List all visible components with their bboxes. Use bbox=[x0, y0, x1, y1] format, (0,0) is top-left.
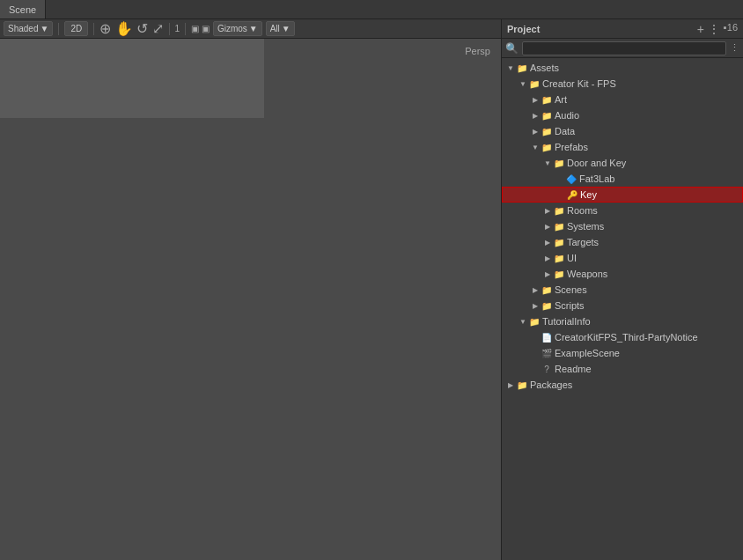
tree-item-weapons[interactable]: ▶ 📁 Weapons bbox=[502, 266, 743, 282]
audio-folder-icon: 📁 bbox=[541, 109, 553, 122]
tree-item-examplescene[interactable]: 🎬 ExampleScene bbox=[502, 345, 743, 361]
tree-item-tutorialinfo[interactable]: ▼ 📁 TutorialInfo bbox=[502, 313, 743, 329]
tutorialinfo-arrow: ▼ bbox=[518, 318, 528, 326]
prefabs-label: Prefabs bbox=[555, 142, 588, 152]
ui-arrow: ▶ bbox=[542, 254, 553, 262]
tutorialinfo-folder-icon: 📁 bbox=[528, 315, 541, 328]
scene-view: Shaded ▼ 2D ⊕ ✋ ↺ ⤢ 1 ▣ ▣ Gizmos ▼ All ▼ bbox=[0, 19, 501, 560]
separator-2 bbox=[93, 23, 94, 35]
systems-folder-icon: 📁 bbox=[553, 220, 565, 232]
assets-label: Assets bbox=[530, 63, 559, 73]
rooms-arrow: ▶ bbox=[542, 207, 553, 215]
readme-icon: ? bbox=[541, 363, 553, 375]
targets-arrow: ▶ bbox=[542, 239, 553, 247]
art-label: Art bbox=[555, 94, 567, 105]
tree-item-fat3lab[interactable]: 🔷 Fat3Lab bbox=[502, 171, 743, 187]
project-add-button[interactable]: + bbox=[697, 22, 704, 36]
tree-item-assets[interactable]: ▼ 📁 Assets bbox=[502, 60, 743, 76]
examplescene-icon: 🎬 bbox=[541, 347, 553, 359]
svg-rect-1 bbox=[0, 39, 264, 118]
tree-item-targets[interactable]: ▶ 📁 Targets bbox=[502, 234, 743, 250]
search-icon: 🔍 bbox=[505, 42, 519, 55]
tree-item-packages[interactable]: ▶ 📁 Packages bbox=[502, 377, 743, 393]
project-header: Project + ⋮ ▪16 bbox=[502, 19, 743, 39]
tree-item-audio[interactable]: ▶ 📁 Audio bbox=[502, 107, 743, 123]
tree-item-creatorkitps[interactable]: 📄 CreatorKitFPS_Third-PartyNotice bbox=[502, 329, 743, 345]
packages-folder-icon: 📁 bbox=[516, 379, 528, 391]
tree-item-rooms[interactable]: ▶ 📁 Rooms bbox=[502, 203, 743, 218]
project-title: Project bbox=[507, 24, 540, 34]
targets-label: Targets bbox=[567, 237, 599, 247]
assets-folder-icon: 📁 bbox=[516, 62, 528, 74]
readme-label: Readme bbox=[555, 364, 592, 374]
tree-item-ui[interactable]: ▶ 📁 UI bbox=[502, 250, 743, 266]
tree-item-data[interactable]: ▶ 📁 Data bbox=[502, 123, 743, 139]
scene-tab[interactable]: Scene bbox=[0, 0, 46, 18]
project-options-icon[interactable]: ⋮ bbox=[730, 42, 739, 54]
doorandkey-label: Door and Key bbox=[567, 158, 626, 168]
art-arrow: ▶ bbox=[530, 96, 541, 104]
packages-arrow: ▶ bbox=[505, 381, 516, 389]
project-count: ▪16 bbox=[724, 22, 738, 36]
tree-item-readme[interactable]: ? Readme bbox=[502, 361, 743, 377]
tree-item-scenes[interactable]: ▶ 📁 Scenes bbox=[502, 282, 743, 298]
grid-svg: Key name bbox=[0, 39, 264, 171]
audio-arrow: ▶ bbox=[530, 112, 541, 120]
all-dropdown[interactable]: All ▼ bbox=[266, 21, 295, 36]
fat3lab-label: Fat3Lab bbox=[579, 173, 614, 184]
scenes-folder-icon: 📁 bbox=[541, 284, 553, 296]
rooms-label: Rooms bbox=[567, 205, 598, 216]
tree-item-creatorkitfps[interactable]: ▼ 📁 Creator Kit - FPS bbox=[502, 76, 743, 92]
packages-label: Packages bbox=[530, 379, 572, 390]
tree-item-prefabs[interactable]: ▼ 📁 Prefabs bbox=[502, 139, 743, 155]
rooms-folder-icon: 📁 bbox=[553, 204, 565, 217]
scripts-folder-icon: 📁 bbox=[541, 299, 553, 312]
main-layout: Shaded ▼ 2D ⊕ ✋ ↺ ⤢ 1 ▣ ▣ Gizmos ▼ All ▼ bbox=[0, 19, 743, 560]
tree-item-key[interactable]: 🔑 Key bbox=[502, 187, 743, 203]
scripts-label: Scripts bbox=[555, 300, 585, 311]
creatorkitfps-arrow: ▼ bbox=[518, 80, 528, 88]
scene-canvas: Key name bbox=[0, 39, 501, 560]
tree-item-scripts[interactable]: ▶ 📁 Scripts bbox=[502, 298, 743, 313]
data-arrow: ▶ bbox=[530, 128, 541, 136]
creatorkitfps-label: Creator Kit - FPS bbox=[542, 78, 616, 89]
scripts-arrow: ▶ bbox=[530, 302, 541, 310]
weapons-label: Weapons bbox=[567, 269, 607, 279]
audio-label: Audio bbox=[555, 110, 579, 121]
2d-button[interactable]: 2D bbox=[64, 21, 88, 36]
art-folder-icon: 📁 bbox=[541, 93, 553, 106]
shading-dropdown[interactable]: Shaded ▼ bbox=[4, 21, 53, 36]
doorandkey-folder-icon: 📁 bbox=[553, 157, 565, 169]
scene-toolbar: Shaded ▼ 2D ⊕ ✋ ↺ ⤢ 1 ▣ ▣ Gizmos ▼ All ▼ bbox=[0, 19, 501, 39]
examplescene-label: ExampleScene bbox=[555, 348, 620, 358]
separator-1 bbox=[58, 23, 59, 35]
data-label: Data bbox=[555, 126, 575, 136]
tree-item-art[interactable]: ▶ 📁 Art bbox=[502, 92, 743, 107]
gizmos-dropdown[interactable]: Gizmos ▼ bbox=[213, 21, 262, 36]
project-toolbar: 🔍 ⋮ bbox=[502, 39, 743, 58]
persp-label: Persp bbox=[465, 46, 490, 56]
fat3lab-icon: 🔷 bbox=[565, 173, 577, 185]
scene-control-icons[interactable]: ⊕ ✋ ↺ ⤢ bbox=[99, 20, 163, 37]
separator-4 bbox=[185, 23, 186, 35]
project-panel: Project + ⋮ ▪16 🔍 ⋮ ▼ 📁 Assets ▼ 📁 bbox=[501, 19, 743, 560]
tree-item-systems[interactable]: ▶ 📁 Systems bbox=[502, 218, 743, 234]
scenes-label: Scenes bbox=[555, 284, 587, 295]
tree-item-doorandkey[interactable]: ▼ 📁 Door and Key bbox=[502, 155, 743, 171]
weapons-arrow: ▶ bbox=[542, 270, 553, 278]
ui-folder-icon: 📁 bbox=[553, 252, 565, 264]
creatorkitfps-folder-icon: 📁 bbox=[528, 77, 541, 90]
ui-label: UI bbox=[567, 253, 577, 263]
creatorkitps-label: CreatorKitFPS_Third-PartyNotice bbox=[555, 332, 698, 343]
prefabs-folder-icon: 📁 bbox=[541, 141, 553, 153]
prefabs-arrow: ▼ bbox=[530, 144, 541, 151]
project-tree: ▼ 📁 Assets ▼ 📁 Creator Kit - FPS ▶ 📁 Art… bbox=[502, 58, 743, 560]
project-menu-button[interactable]: ⋮ bbox=[708, 22, 720, 36]
key-label: Key bbox=[580, 189, 597, 200]
creatorkitps-icon: 📄 bbox=[541, 331, 553, 343]
project-search-input[interactable] bbox=[522, 41, 726, 55]
targets-folder-icon: 📁 bbox=[553, 236, 565, 248]
separator-3 bbox=[169, 23, 170, 35]
assets-arrow: ▼ bbox=[505, 64, 516, 72]
tutorialinfo-label: TutorialInfo bbox=[542, 316, 591, 327]
